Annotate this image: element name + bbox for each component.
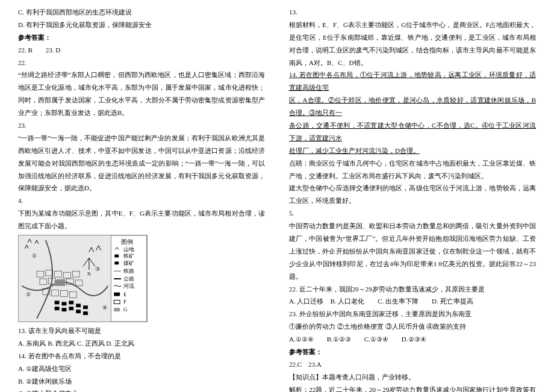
svg-text:铁路: 铁路 (123, 268, 134, 274)
svg-rect-9 (83, 305, 88, 309)
question-4-num: 4. (18, 194, 265, 207)
svg-rect-7 (69, 306, 73, 310)
answer-value-3: 22.C 23.A (289, 358, 536, 371)
city-function-map: ① ② ③ ④ N 图例 山地 铁矿 煤矿 铁路 公路 河流 E F G (18, 235, 148, 322)
svg-rect-34 (114, 255, 119, 258)
question-13-options: A. 东南风 B. 西北风 C. 正西风 D. 正北风 (18, 337, 265, 350)
explain-points-2: 建大型仓储中心应选择交通便利的地区，高级住宅区位于河流上游，地势较高，远离工业区… (289, 182, 536, 207)
question-14-b: B. ②建休闲娱乐场 (18, 375, 265, 388)
question-5-text: 中国劳动力数量约是美国、欧盟和日本劳动力数量总和的两倍，吸引大量外资到中国建厂，… (289, 220, 536, 282)
explain-23-num: 23. (18, 119, 265, 132)
svg-text:煤矿: 煤矿 (123, 260, 134, 266)
option-d: D. 有利于我国多元化获取资源，保障能源安全 (18, 19, 265, 31)
svg-text:②: ② (26, 291, 31, 297)
svg-rect-1 (55, 301, 60, 305)
knowledge-point: 【知识点】本题考查人口问题，产业转移。 (289, 371, 536, 384)
explain-points: 点睛：商业区位于城市几何中心，住宅区在城市中占地面积最大，工业区靠近煤、铁产地，… (289, 157, 536, 182)
explain-14-line3: 条公路，交通不便利，不适宜建大型仓储中心，C不合理，选C。④位于工业区河流下游，… (289, 119, 536, 145)
left-column: C. 有利于我国西部地区的生态环境建设 D. 有利于我国多元化获取资源，保障能源… (18, 6, 265, 386)
svg-rect-25 (55, 280, 66, 286)
svg-text:铁矿: 铁矿 (123, 254, 134, 260)
svg-text:图例: 图例 (121, 238, 133, 245)
svg-text:④: ④ (102, 305, 107, 311)
question-23: 23. 外企纷纷从中国向东南亚国家迁移，主要原因是因为东南亚 (289, 308, 536, 320)
svg-text:河流: 河流 (123, 283, 134, 289)
svg-rect-2 (61, 302, 66, 305)
svg-text:①: ① (32, 254, 37, 260)
question-22: 22. 近二十年来，我国20～29岁劳动力数量迅速减少，其原因主要是 (289, 283, 536, 296)
explain-22-text: “丝绸之路经济带”东部人口稠密，但西部为西欧地区，也是人口密集区域；西部沿海地区… (18, 69, 265, 119)
svg-text:公路: 公路 (123, 276, 134, 282)
svg-text:E: E (123, 291, 126, 297)
question-22-options: A. 人口迁移 B. 人口老化 C. 出生率下降 D. 死亡率提高 (289, 295, 536, 308)
answer-label-1: 参考答案： (18, 31, 265, 44)
question-23-options: A.①②④ B.①②③ C.①③④ D.②③④ (289, 333, 536, 346)
explain-22-num: 22. (18, 57, 265, 69)
svg-rect-8 (76, 310, 81, 313)
right-column: 13. 根据材料，E、F、G表示主要功能区，G位于城市中心，是商业区。F占地面积… (289, 6, 536, 386)
explain-13-text: 根据材料，E、F、G表示主要功能区，G位于城市中心，是商业区。F占地面积最大，是… (289, 19, 536, 69)
explain-13-num: 13. (289, 6, 536, 19)
svg-rect-10 (83, 311, 88, 315)
svg-rect-4 (76, 303, 81, 307)
svg-rect-6 (61, 308, 66, 311)
question-14: 14. 若在图中各点布局，不合理的是 (18, 350, 265, 362)
svg-text:山地: 山地 (123, 246, 134, 252)
question-5-num: 5. (289, 207, 536, 220)
svg-text:N: N (87, 272, 91, 277)
svg-text:③: ③ (95, 266, 100, 272)
svg-text:F: F (123, 299, 126, 305)
svg-rect-3 (69, 301, 73, 305)
explain-14-line1: 14. 若在图中各点布局，①位于河流上游，地势较高，远离工业区，环境质量好，适宜… (289, 69, 536, 94)
question-4-text: 下图为某城市功能区示意图，其中E、F、G表示主要功能区，城市布局相对合理，读图完… (18, 207, 265, 232)
explain-23-text: “一路一带”一海一陆，不能促进中国产能过剩产业的发展；有利于我国从欧洲尤其是西欧… (18, 132, 265, 194)
question-23-items: ①廉价的劳动力 ②土地价格便宜 ③人民币升值 ④政策的支持 (289, 320, 536, 333)
answer-value-1: 22. B 23. D (18, 44, 265, 57)
svg-text:G: G (123, 306, 128, 313)
svg-rect-43 (114, 293, 120, 296)
answer-label-3: 参考答案： (289, 346, 536, 358)
explain-22b: 解析：22题，近二十年来，20～29岁劳动力数量迅速减少与国家施行计划生育政策有… (289, 384, 536, 392)
svg-rect-47 (114, 308, 120, 311)
svg-rect-36 (114, 261, 119, 264)
question-13: 13. 该市主导风向最不可能是 (18, 325, 265, 337)
svg-rect-5 (55, 306, 60, 310)
explain-14-line4: 处理厂，减少工业生产对河流污染，D合理。 (289, 145, 536, 157)
question-14-c: C. ③建大型仓储中心 (18, 387, 265, 392)
explain-14-line2: 区，A合理。②位于郊区，地价便宜，是河心岛，水质较好，适宜建休闲娱乐场，B合理。… (289, 94, 536, 119)
question-14-a: A. ①建高级住宅区 (18, 362, 265, 375)
option-c: C. 有利于我国西部地区的生态环境建设 (18, 6, 265, 19)
